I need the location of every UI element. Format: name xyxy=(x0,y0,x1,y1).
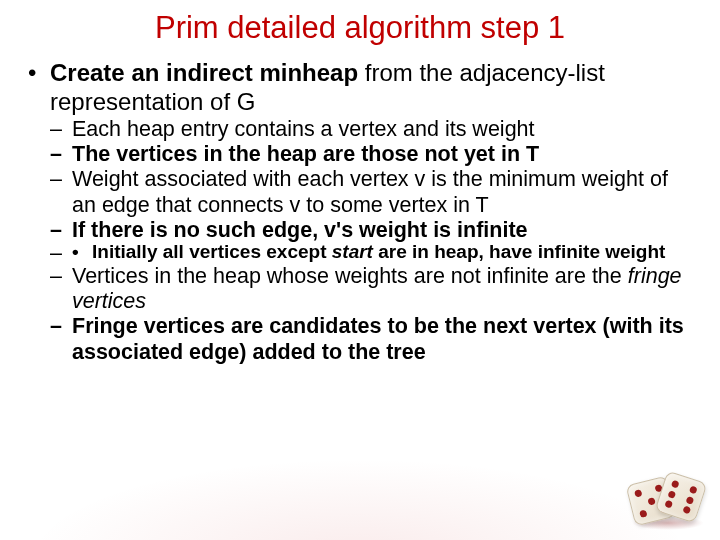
bullet-l3-1-italic: start xyxy=(332,241,373,262)
bullet-list-level2b: Vertices in the heap whose weights are n… xyxy=(50,264,692,365)
bullet-l2b-1: Vertices in the heap whose weights are n… xyxy=(50,264,692,315)
bullet-l2-3: Weight associated with each vertex v is … xyxy=(50,167,692,218)
bullet-l1-1: Create an indirect minheap from the adja… xyxy=(28,58,692,365)
bullet-l2-2: The vertices in the heap are those not y… xyxy=(50,142,692,167)
die-left xyxy=(626,476,677,527)
bullet-list-level2a-cont: Initially all vertices except start are … xyxy=(50,241,692,263)
bottom-glow xyxy=(0,450,720,540)
bullet-l2b-1-prefix: Vertices in the heap whose weights are n… xyxy=(72,264,628,288)
bullet-l2-4: If there is no such edge, v's weight is … xyxy=(50,218,692,243)
die-right xyxy=(655,471,708,524)
bullet-l2c-1: Fringe vertices are candidates to be the… xyxy=(50,314,692,365)
bullet-l3-1-rest: are in heap, have infinite weight xyxy=(373,241,665,262)
bullet-list-level1: Create an indirect minheap from the adja… xyxy=(28,58,692,365)
slide-title: Prim detailed algorithm step 1 xyxy=(28,10,692,46)
slide: Prim detailed algorithm step 1 Create an… xyxy=(0,0,720,540)
bullet-l3-1: Initially all vertices except start are … xyxy=(72,241,692,263)
bullet-l1-1-bold: Create an indirect minheap xyxy=(50,59,358,86)
dice-icon xyxy=(626,454,708,532)
bullet-l3-1-prefix: Initially all vertices except xyxy=(92,241,332,262)
bullet-l2-1: Each heap entry contains a vertex and it… xyxy=(50,117,692,142)
bullet-list-level2a: Each heap entry contains a vertex and it… xyxy=(50,117,692,244)
dice-shadow xyxy=(632,516,704,530)
bullet-list-level3: Initially all vertices except start are … xyxy=(72,241,692,263)
wrapper-l3: Initially all vertices except start are … xyxy=(50,241,692,263)
